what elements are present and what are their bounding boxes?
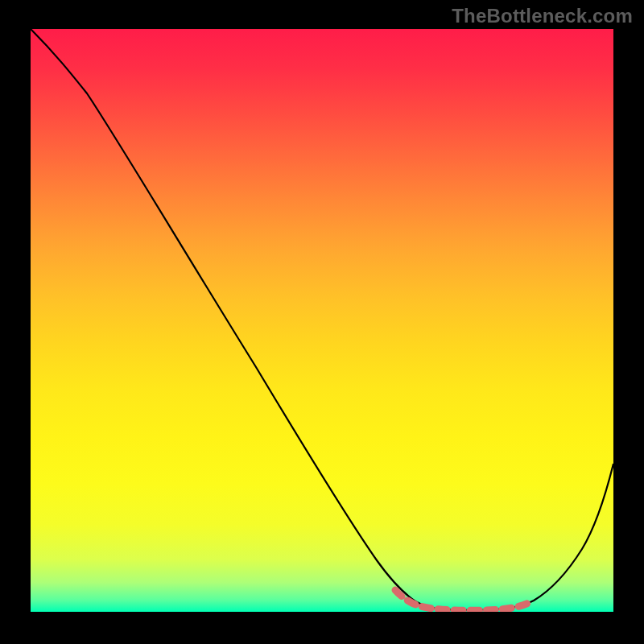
curve-svg <box>31 29 613 612</box>
watermark-label: TheBottleneck.com <box>452 5 633 27</box>
chart-container: TheBottleneck.com <box>0 0 644 644</box>
bottleneck-curve <box>31 29 613 610</box>
highlight-segment <box>395 590 533 610</box>
plot-area <box>31 29 613 612</box>
